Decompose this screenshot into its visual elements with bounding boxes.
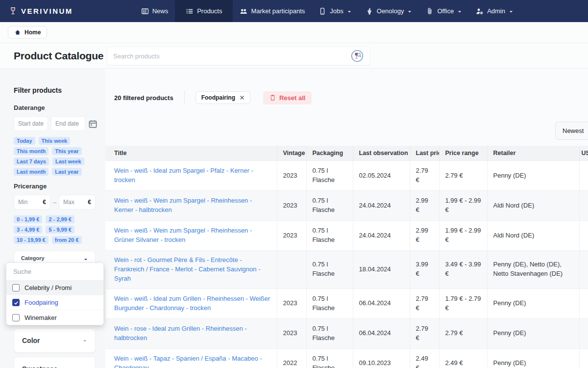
end-date-input[interactable] [51,116,85,131]
product-title-link[interactable]: Wein - weiß - Wein zum Spargel - Rheinhe… [114,197,252,213]
active-filter-chip[interactable]: Foodpairing [196,91,250,104]
column-header-price-range: Price range [439,146,487,161]
last-observation-cell: 02.05.2024 [353,161,410,191]
vintage-cell: 2023 [277,191,306,221]
page-header: Product Catalogue [0,43,588,69]
max-price-field: € [59,195,96,210]
product-title-link[interactable]: Wein - rot - Gourmet Père & Fils - Entre… [114,256,260,282]
price-range-cell: 1.99 € - 2.99 € [439,191,487,221]
product-title-link[interactable]: Wein - weiß - Ideal zum Grillen - Rheinh… [114,295,270,312]
retailer-cell: Penny (DE), Netto (DE), Netto Stavenhage… [487,251,579,289]
product-title-cell: Wein - rose - Ideal zum Grillen - Rheinh… [105,318,277,348]
nav-item-news[interactable]: News [134,0,175,22]
pricerange-chip-3-4-99[interactable]: 3 - 4,99 € [14,226,42,234]
wine-search-icon[interactable] [351,50,364,62]
nav-item-oenology[interactable]: Oenology [359,0,419,22]
unchecked-checkbox[interactable] [12,284,20,291]
nav-item-market-participants[interactable]: Market participants [233,0,312,22]
column-header-title: Title [105,146,277,161]
nav-item-admin[interactable]: Admin [469,0,520,22]
table-header-row: TitleVintagePackagingLast observationLas… [105,146,588,161]
daterange-chip-last-week[interactable]: Last week [52,158,84,165]
nav-item-label: Market participants [251,7,305,15]
nav-item-jobs[interactable]: Jobs [312,0,358,22]
sweetness-dropdown[interactable]: Sweetness [14,357,96,368]
daterange-chip-today[interactable]: Today [14,137,35,145]
chevron-down-icon [82,338,87,343]
last-observation-cell: 06.04.2024 [353,289,410,318]
last-price-cell: 2.79 € [410,289,439,318]
active-filter-chip-label: Foodpairing [201,94,235,101]
column-header-last-observation: Last observation [353,146,410,161]
pricerange-chip-10-19-99[interactable]: 10 - 19,99 € [14,236,49,244]
unchecked-checkbox[interactable] [12,314,20,321]
usp-cell [579,318,588,348]
table-row: Wein - weiß - Wein zum Spargel - Rheinhe… [105,221,588,251]
daterange-chip-this-year[interactable]: This year [52,147,81,155]
vintage-cell: 2023 [277,318,306,348]
daterange-chip-last-year[interactable]: Last year [52,168,81,176]
product-title-link[interactable]: Wein - rose - Ideal zum Grillen - Rheinh… [114,325,247,342]
vintage-cell: 2023 [277,289,306,318]
grapes-icon [366,7,373,15]
top-navbar: VERIVINUM NewsProductsMarket participant… [0,0,588,22]
category-options: Celebrity / PromiFoodpairingWinemaker [6,281,103,325]
daterange-chip-this-month[interactable]: This month [14,147,49,155]
people-icon [240,7,247,15]
start-date-input[interactable] [14,116,48,131]
max-price-input[interactable] [63,199,88,206]
pricerange-chip-5-9-99[interactable]: 5 - 9,99 € [46,226,74,234]
product-title-link[interactable]: Wein - weiß - Wein zum Spargel - Rheinhe… [114,227,252,243]
pricerange-chip-2-2-99[interactable]: 2 - 2,99 € [46,215,74,223]
calendar-button[interactable] [88,119,98,129]
vintage-cell [277,251,306,289]
usp-cell [579,161,588,191]
filter-sidebar: Filter products Daterange TodayThis week… [0,69,105,368]
reset-all-button[interactable]: Reset all [263,91,312,105]
last-observation-cell: 06.04.2024 [353,318,410,348]
nav-item-products[interactable]: Products [175,0,233,22]
table-row: Wein - weiß - Ideal zum Grillen - Rheinh… [105,289,588,318]
min-price-field: € [14,195,50,210]
pricerange-chip-0-1-99[interactable]: 0 - 1,99 € [14,215,42,223]
chevron-down-icon [347,8,352,14]
pricerange-chip-from-20[interactable]: from 20 € [52,236,82,244]
packaging-cell: 0.75 l Flasche [306,221,353,251]
nav-item-label: News [152,7,169,15]
color-dropdown[interactable]: Color [14,328,96,353]
daterange-chip-last-month[interactable]: Last month [14,168,49,176]
product-title-link[interactable]: Wein - weiß - Ideal zum Spargel - Pfalz … [114,167,253,184]
packaging-cell: 0.75 l Flasche [306,251,353,289]
close-icon[interactable] [240,95,245,100]
checked-checkbox[interactable] [12,299,20,306]
category-option-label: Foodpairing [24,299,58,306]
category-filter: Category Celebrity / PromiFoodpairingWin… [14,251,96,273]
sort-select[interactable]: Newest [555,122,588,140]
admin-user-icon [476,7,484,15]
nav-item-office[interactable]: Office [419,0,469,22]
price-range-cell: 3.49 € - 3.99 € [439,251,487,289]
daterange-chip-this-week[interactable]: This week [39,137,71,145]
retailer-cell: Penny (DE) [487,161,579,191]
breadcrumb-home[interactable]: Home [8,26,47,39]
category-option-celebrity-promi[interactable]: Celebrity / Promi [6,281,103,295]
packaging-cell: 0.75 l Flasche [306,289,353,318]
retailer-cell: Penny (DE) [487,348,579,368]
brand-logo[interactable]: VERIVINUM [9,7,73,15]
reset-all-label: Reset all [279,94,305,102]
category-option-winemaker[interactable]: Winemaker [6,310,103,325]
product-search [107,47,370,65]
main-navigation: NewsProductsMarket participantsJobsOenol… [134,0,520,22]
category-option-foodpairing[interactable]: Foodpairing [6,295,103,310]
filter-sidebar-title: Filter products [14,86,96,94]
product-title-link[interactable]: Wein - weiß - Tapaz - Spanien / España -… [114,355,262,368]
search-input[interactable] [113,53,351,60]
min-price-input[interactable] [18,199,43,206]
usp-cell [579,221,588,251]
list-icon [186,7,194,15]
trash-icon [270,94,276,101]
category-search-input[interactable] [6,263,103,281]
products-table: TitleVintagePackagingLast observationLas… [105,146,588,368]
packaging-cell: 0.75 l Flasche [306,318,353,348]
daterange-chip-last-7-days[interactable]: Last 7 days [14,158,49,165]
